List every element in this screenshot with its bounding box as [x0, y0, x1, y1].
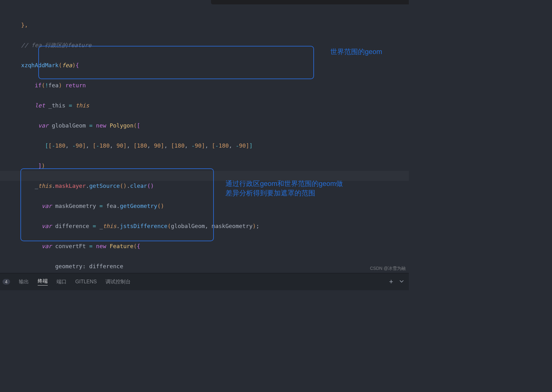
annotation-text-1: 世界范围的geom [330, 47, 382, 57]
chevron-down-icon[interactable] [399, 278, 404, 285]
add-terminal-icon[interactable]: + [389, 278, 393, 286]
code-editor[interactable]: }, // fea 行政区的feature xzqhAddMark(fea){ … [0, 0, 409, 273]
tab-terminal[interactable]: 终端 [38, 278, 48, 286]
problems-badge[interactable]: 4 [3, 279, 10, 285]
bottom-panel: 4 输出 终端 端口 GITLENS 调试控制台 + [0, 273, 409, 290]
code-text: }, [21, 22, 28, 28]
tab-output[interactable]: 输出 [19, 279, 29, 285]
tab-ports[interactable]: 端口 [57, 279, 67, 285]
comment: // fea 行政区的feature [21, 42, 91, 48]
tab-debug-console[interactable]: 调试控制台 [106, 279, 131, 285]
tab-gitlens[interactable]: GITLENS [75, 279, 97, 285]
method-name: xzqhAddMark [21, 62, 58, 68]
annotation-text-2: 通过行政区geom和世界范围的geom做 差异分析得到要加遮罩的范围 [225, 179, 401, 198]
watermark: CSDN @冰雪为融 [370, 266, 406, 271]
